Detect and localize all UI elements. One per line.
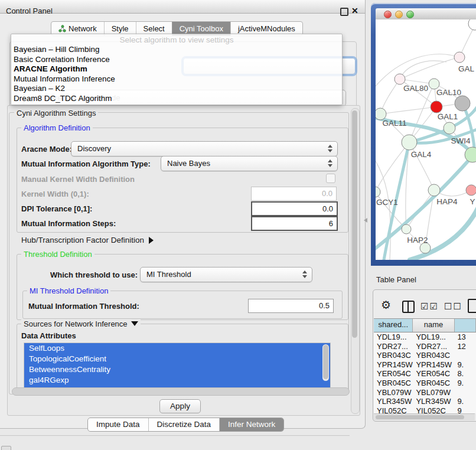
mi-threshold-field[interactable]: 0.5 <box>248 299 334 313</box>
zoom-traffic-light[interactable] <box>406 11 414 18</box>
mi-threshold-group-title: MI Threshold Definition <box>27 286 110 295</box>
network-node-gal[interactable] <box>454 52 465 63</box>
table-cell: YBR043C <box>374 351 413 360</box>
algorithm-option-aracne-algorithm[interactable]: ARACNE Algorithm <box>11 64 342 74</box>
hub-definition-toggle[interactable]: Hub/Transcription Factor Definition <box>21 236 154 244</box>
column-header-3[interactable] <box>455 319 476 332</box>
table-cell: YBL079W <box>413 388 454 397</box>
attribute-item-gal4rgexp[interactable]: gal4RGexp <box>24 375 330 386</box>
network-canvas[interactable]: GALGAL80GAL10GAL1GAL11SWI4GAL4GCY1HAP4YH… <box>376 19 476 260</box>
column-header-name[interactable]: name <box>413 319 454 332</box>
bottom-tab-discretize-data[interactable]: Discretize Data <box>148 418 220 431</box>
gear-icon[interactable]: ⚙ <box>381 299 391 312</box>
bottom-tab-infer-network[interactable]: Infer Network <box>219 418 283 431</box>
manual-kernel-label: Manual Kernel Width Definition <box>21 175 135 184</box>
apply-button[interactable]: Apply <box>159 399 201 413</box>
bottom-corner-button[interactable] <box>1 446 11 450</box>
table-horizontal-scrollbar[interactable] <box>374 413 475 420</box>
node-label: GAL4 <box>411 150 432 159</box>
network-node[interactable] <box>468 19 476 30</box>
scrollbar-thumb[interactable] <box>376 415 464 419</box>
table-cell: YBR043C <box>413 351 454 360</box>
algorithm-option-basic-correlation-inference[interactable]: Basic Correlation Inference <box>11 55 342 65</box>
network-node-gal80[interactable] <box>395 74 405 84</box>
network-node-hap2[interactable] <box>402 224 411 234</box>
table-cell <box>454 351 476 360</box>
attribute-item-betweennesscentrality[interactable]: BetweennessCentrality <box>24 364 330 375</box>
network-node-y[interactable] <box>466 185 476 195</box>
mi-type-combo[interactable]: Naive Bayes <box>161 156 338 171</box>
data-attributes-list: SelfLoopsTopologicalCoefficientBetweenne… <box>24 343 331 389</box>
scrollbar-thumb[interactable] <box>352 110 357 338</box>
select-all-checkboxes-icon[interactable]: ☑☑ <box>420 301 439 312</box>
settings-horizontal-scrollbar[interactable] <box>12 387 350 396</box>
combo-stepper-icon <box>328 159 333 168</box>
manual-kernel-checkbox[interactable] <box>326 174 335 183</box>
network-node-gal11[interactable] <box>376 108 386 120</box>
network-window-titlebar[interactable] <box>376 8 476 20</box>
attribute-item-topologicalcoefficient[interactable]: TopologicalCoefficient <box>24 354 330 364</box>
mi-steps-label: Mutual Information Steps: <box>21 219 116 228</box>
settings-group-title: Cyni Algorithm Settings <box>14 109 98 118</box>
node-table: shared...nameYDL19...YDL19...13YDR27...Y… <box>374 318 476 413</box>
algorithm-option-bayesian-hill-climbing[interactable]: Bayesian – Hill Climbing <box>11 45 342 55</box>
kernel-width-field[interactable]: 0.0 <box>251 187 337 201</box>
scrollbar-thumb[interactable] <box>323 345 328 379</box>
column-header-shared-[interactable]: shared... <box>374 319 413 332</box>
hub-definition-label: Hub/Transcription Factor Definition <box>21 236 144 244</box>
table-cell: YDR27... <box>413 342 454 351</box>
table-cell <box>454 388 476 397</box>
aracne-mode-combo[interactable]: Discovery <box>71 141 338 156</box>
dpi-tolerance-field[interactable]: 0.0 <box>251 201 338 216</box>
table-cell: 13 <box>454 332 476 342</box>
network-node-gcy1[interactable] <box>376 187 380 197</box>
float-window-icon[interactable] <box>340 8 348 16</box>
network-graph[interactable]: GALGAL80GAL10GAL1GAL11SWI4GAL4GCY1HAP4YH… <box>376 19 476 260</box>
threshold-definition-title: Threshold Definition <box>21 250 94 259</box>
settings-vertical-scrollbar[interactable] <box>351 108 360 414</box>
table-row[interactable]: YDR27...YDR27...12 <box>374 342 476 351</box>
network-node[interactable] <box>455 96 470 111</box>
deselect-all-checkboxes-icon[interactable]: ☐☐ <box>444 301 462 312</box>
control-panel-titlebar <box>0 0 365 14</box>
algorithm-option-bayesian-k2[interactable]: Bayesian – K2 <box>11 84 342 94</box>
close-traffic-light[interactable] <box>384 11 392 18</box>
splitter-collapse-icon[interactable] <box>364 218 367 223</box>
mi-threshold-label: Mutual Information Threshold: <box>28 302 139 311</box>
table-row[interactable]: YBR045CYBR045C9. <box>374 379 476 388</box>
table-row[interactable]: YBR043CYBR043C <box>374 351 476 360</box>
table-row[interactable]: YPR145WYPR145W9. <box>374 360 476 370</box>
page-icon[interactable] <box>468 299 476 313</box>
attribute-item-selfloops[interactable]: SelfLoops <box>24 343 330 354</box>
minimize-traffic-light[interactable] <box>395 11 403 18</box>
mi-type-label: Mutual Information Algorithm Type: <box>21 159 151 168</box>
close-icon[interactable]: ✕ <box>351 6 358 15</box>
table-row[interactable]: YBL079WYBL079W <box>374 388 476 397</box>
network-node-gal4[interactable] <box>402 135 417 150</box>
which-threshold-combo[interactable]: MI Threshold <box>140 267 312 282</box>
table-cell: YLR345W <box>374 397 413 406</box>
split-columns-icon[interactable] <box>402 301 415 313</box>
sources-group-title[interactable]: Sources for Network Inference <box>21 319 141 328</box>
algorithm-option-dream8-dc-tdc-algorithm[interactable]: Dream8 DC_TDC Algorithm <box>11 94 342 104</box>
table-cell: 9. <box>454 379 476 388</box>
network-node-swi4[interactable] <box>444 122 455 134</box>
network-node-hap4[interactable] <box>428 184 440 196</box>
algorithm-option-mutual-information-inference[interactable]: Mutual Information Inference <box>11 74 342 84</box>
table-row[interactable]: YER054CYER054C8. <box>374 369 476 379</box>
list-scrollbar[interactable] <box>322 344 329 381</box>
collapse-down-icon <box>131 321 138 326</box>
dropdown-items: Bayesian – Hill ClimbingBasic Correlatio… <box>11 45 342 103</box>
node-label: GAL10 <box>436 88 461 97</box>
table-row[interactable]: YIL052CYIL052C9 <box>374 406 476 413</box>
table-cell: YPR145W <box>374 360 413 370</box>
table-cell: 12 <box>454 342 476 351</box>
bottom-tab-impute-data[interactable]: Impute Data <box>88 418 148 431</box>
mi-steps-field[interactable]: 6 <box>251 216 338 231</box>
table-row[interactable]: YDL19...YDL19...13 <box>374 332 476 342</box>
table-row[interactable]: YLR345WYLR345W9. <box>374 397 476 406</box>
network-node-gal1[interactable] <box>431 101 442 113</box>
node-label: HAP4 <box>436 197 458 206</box>
combo-stepper-icon <box>328 145 333 153</box>
table-panel-title: Table Panel <box>376 275 416 284</box>
